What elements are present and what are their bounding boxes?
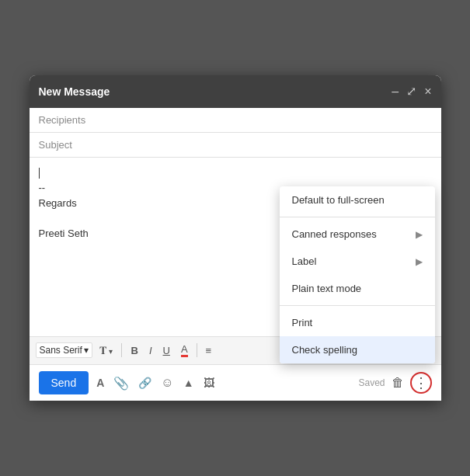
font-dropdown-arrow: ▾ [84,345,89,356]
dropdown-item-label[interactable]: Label ▶ [280,248,435,275]
formatting-options-btn[interactable]: 𝐓 ▾ [96,342,117,358]
close-icon[interactable]: × [424,85,431,98]
dropdown-sep-1 [280,217,435,217]
more-dots-icon: ⋮ [414,374,428,391]
submenu-chevron: ▶ [416,229,423,240]
font-color-btn[interactable]: A [177,342,192,360]
dropdown-item-label: Plain text mode [292,283,362,294]
footer-icons: A 📎 🔗 ☺ ▲ 🖼 [96,376,350,391]
dropdown-item-label: Canned responses [292,228,377,240]
more-options-button[interactable]: ⋮ [410,372,432,394]
recipients-input[interactable] [39,114,432,126]
body-line2: Regards [39,197,77,209]
dropdown-item-label: Check spelling [292,344,358,356]
dropdown-sep-2 [280,305,435,306]
drive-icon[interactable]: ▲ [183,377,194,389]
dropdown-item-label: Default to full-screen [292,194,385,206]
dropdown-menu: Default to full-screen Canned responses … [280,186,435,363]
dropdown-item-plain-text[interactable]: Plain text mode [280,275,435,302]
footer-right: Saved 🗑 ⋮ [358,372,431,394]
toolbar-sep-2 [197,343,197,357]
dropdown-item-label: Label [292,255,317,267]
font-select[interactable]: Sans Serif ▾ [36,342,92,358]
dropdown-item-label: Print [292,317,313,328]
body-line1: -- [39,182,46,193]
attach-file-icon[interactable]: 📎 [113,376,129,391]
underline-btn[interactable]: U [159,343,174,358]
dropdown-item-print[interactable]: Print [280,309,435,336]
font-color-label: A [181,344,188,357]
italic-btn[interactable]: I [145,343,156,358]
recipients-field [30,108,441,133]
expand-icon[interactable]: ⤢ [406,85,416,98]
compose-window: New Message – ⤢ × -- Regards Preeti Seth… [30,75,441,401]
submenu-chevron: ▶ [416,256,423,267]
emoji-icon[interactable]: ☺ [161,376,173,390]
saved-label: Saved [358,377,385,388]
header-actions: – ⤢ × [392,85,431,98]
align-btn[interactable]: ≡ [202,343,216,358]
formatting-icon: 𝐓 [99,344,106,356]
bold-btn[interactable]: B [127,343,141,358]
text-cursor [39,168,40,179]
compose-footer: Send A 📎 🔗 ☺ ▲ 🖼 Saved 🗑 ⋮ [30,364,441,401]
format-text-icon[interactable]: A [96,377,104,389]
photo-icon[interactable]: 🖼 [204,377,214,389]
body-line4: Preeti Seth [39,228,89,239]
subject-input[interactable] [39,139,432,151]
compose-title: New Message [39,85,110,98]
toolbar-sep-1 [121,343,122,357]
send-button[interactable]: Send [39,371,89,394]
minimize-icon[interactable]: – [392,85,399,98]
font-name-label: Sans Serif [40,345,82,356]
subject-field [30,133,441,158]
compose-header: New Message – ⤢ × [30,75,441,108]
dropdown-item-canned-responses[interactable]: Canned responses ▶ [280,221,435,248]
insert-link-icon[interactable]: 🔗 [138,377,151,389]
dropdown-item-full-screen[interactable]: Default to full-screen [280,186,435,214]
trash-icon[interactable]: 🗑 [392,376,404,390]
dropdown-item-check-spelling[interactable]: Check spelling [280,336,435,363]
